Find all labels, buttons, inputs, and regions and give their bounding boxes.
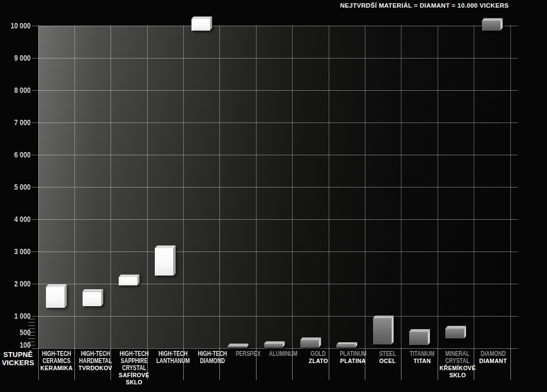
- bar-front-face-gold: [300, 340, 319, 348]
- category-name-line: HARDMETAL: [79, 358, 112, 365]
- category-separator-7: [292, 348, 293, 380]
- gridline-v-13: [510, 26, 511, 348]
- category-label-high-tech-lanthanum: HIGH-TECHLANTHANUM: [152, 348, 194, 392]
- category-label-high-tech-diamond: HIGH-TECHDIAMOND: [194, 348, 231, 392]
- y-axis-title-line1: STUPNĚ: [3, 350, 33, 359]
- category-separator-11: [438, 348, 438, 380]
- gridline-v-0: [38, 26, 39, 348]
- category-label-aluminum: ALUMINUM: [265, 348, 301, 392]
- category-label-mineral-crystal: MINERALCRYSTALKŘEMÍKOVÉSKLO: [439, 348, 475, 392]
- y-tick-label-3000: 3 000: [6, 247, 31, 256]
- category-name-line: LANTHANUM: [156, 358, 190, 365]
- bar-front-face-titanium: [409, 332, 428, 345]
- category-name-line: TITANIUM: [408, 350, 436, 358]
- bar-front-face-high-tech-ceramics: [46, 287, 65, 308]
- category-translation-line: KŘEMÍKOVÉ: [439, 365, 475, 372]
- category-name-line: CERAMICS: [42, 358, 71, 365]
- gridline-h-4000: [32, 219, 518, 220]
- category-translation-line: SKLO: [439, 372, 475, 379]
- category-name-line: CRYSTAL: [443, 358, 472, 365]
- chart-title: NEJTVRDŠÍ MATERIÁL = DIAMANT = 10.000 VI…: [340, 2, 509, 9]
- category-label-titanium: TITANIUMTITAN: [405, 348, 439, 392]
- category-name-line: PLATINUM: [339, 350, 367, 358]
- bar-front-face-high-tech-sapphire-crystal: [119, 277, 137, 285]
- y-tick-label-9000: 9 000: [6, 54, 31, 62]
- y-minor-tick-300: [28, 338, 35, 339]
- category-translation-line: OCEL: [370, 358, 405, 365]
- bar-steel: [373, 318, 392, 344]
- y-tick-label-500: 500: [6, 328, 31, 337]
- y-minor-tick-800: [28, 322, 35, 323]
- category-separator-8: [329, 348, 329, 380]
- gridline-h-2000: [32, 284, 518, 284]
- gridline-h-7000: [32, 122, 518, 123]
- bar-side-face-titanium: [428, 329, 430, 345]
- category-separator-1: [74, 348, 75, 380]
- gridline-v-3: [147, 26, 148, 348]
- bar-front-face-high-tech-hardmetal: [83, 292, 101, 307]
- bar-side-face-high-tech-ceramics: [65, 284, 67, 308]
- bar-side-face-high-tech-hardmetal: [101, 289, 103, 307]
- bar-front-face-high-tech-lanthanum: [155, 248, 173, 276]
- bar-high-tech-sapphire-crystal: [119, 277, 137, 285]
- bar-gold: [300, 340, 319, 348]
- bar-mineral-crystal: [445, 329, 464, 338]
- category-separator-0: [38, 348, 39, 380]
- category-name-line: ALUMINUM: [269, 350, 298, 358]
- category-separator-13: [510, 348, 511, 380]
- category-separator-2: [110, 348, 111, 380]
- bar-front-face-perspex: [228, 346, 246, 348]
- x-axis-category-labels: HIGH-TECHCERAMICSKERAMIKAHIGH-TECHHARDME…: [38, 348, 510, 392]
- category-label-steel: STEELOCEL: [370, 348, 405, 392]
- category-separator-4: [183, 348, 184, 380]
- vickers-hardness-chart: NEJTVRDŠÍ MATERIÁL = DIAMANT = 10.000 VI…: [0, 0, 547, 392]
- y-tick-label-4000: 4 000: [6, 215, 31, 224]
- bar-side-face-steel: [392, 315, 394, 344]
- gridline-h-1000: [32, 316, 518, 317]
- bar-front-face-diamond: [482, 21, 501, 31]
- bar-front-face-aluminum: [264, 344, 283, 347]
- plot-area: [38, 26, 510, 348]
- y-tick-label-100: 100: [6, 341, 31, 349]
- y-axis-title: STUPNĚ VICKERS: [0, 350, 36, 367]
- category-label-gold: GOLDZLATO: [301, 348, 335, 392]
- bar-high-tech-diamond: [191, 19, 210, 31]
- category-translation-line: ZLATO: [301, 358, 335, 365]
- y-tick-label-1000: 1 000: [6, 312, 31, 320]
- category-name-line: DIAMOND: [198, 358, 227, 365]
- gridline-h-9000: [32, 58, 518, 58]
- category-translation-line: TVRDOKOV: [75, 365, 116, 372]
- gridline-v-9: [365, 26, 365, 348]
- category-separator-9: [365, 348, 365, 380]
- category-separator-12: [474, 348, 474, 380]
- y-tick-label-10000: 10 000: [6, 21, 31, 30]
- category-name-line: PERSPEX: [234, 350, 262, 358]
- category-label-high-tech-ceramics: HIGH-TECHCERAMICSKERAMIKA: [38, 348, 75, 392]
- bar-diamond: [482, 21, 501, 31]
- category-label-high-tech-hardmetal: HIGH-TECHHARDMETALTVRDOKOV: [75, 348, 116, 392]
- bar-high-tech-hardmetal: [83, 292, 101, 307]
- bar-front-face-steel: [373, 318, 392, 344]
- y-tick-label-2000: 2 000: [6, 279, 31, 288]
- gridline-v-1: [74, 26, 75, 348]
- category-name-line: DIAMOND: [479, 350, 507, 358]
- bar-perspex: [228, 346, 246, 348]
- y-tick-label-7000: 7 000: [6, 118, 31, 127]
- gridline-h-6000: [32, 155, 518, 155]
- bar-high-tech-ceramics: [46, 287, 65, 308]
- category-separator-10: [401, 348, 401, 380]
- bar-high-tech-lanthanum: [155, 248, 173, 276]
- category-translation-line: DIAMANT: [476, 358, 510, 365]
- gridline-v-11: [438, 26, 438, 348]
- category-separator-6: [256, 348, 257, 380]
- bar-side-face-high-tech-lanthanum: [173, 245, 176, 276]
- gridline-v-5: [219, 26, 220, 348]
- gridline-v-4: [183, 26, 184, 348]
- gridline-v-12: [474, 26, 474, 348]
- gridline-v-8: [329, 26, 329, 348]
- gridline-v-10: [401, 26, 401, 348]
- bar-front-face-platinum: [336, 345, 355, 348]
- category-name-line: CRYSTAL: [119, 365, 148, 372]
- gridline-h-5000: [32, 187, 518, 188]
- category-label-perspex: PERSPEX: [231, 348, 265, 392]
